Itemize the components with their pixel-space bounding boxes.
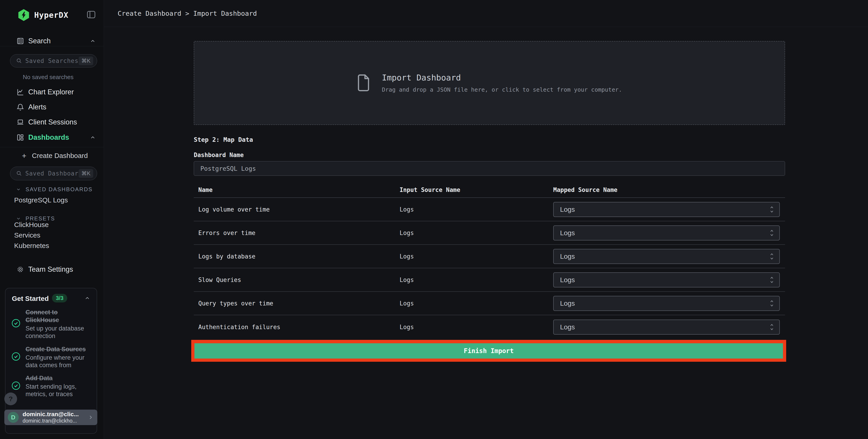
selected-option: Logs <box>560 253 575 260</box>
input-source-name: Logs <box>400 277 414 283</box>
laptop-icon <box>17 118 24 126</box>
table-row: Log volume over time Logs Logs <box>194 198 785 221</box>
select-updown-icon <box>769 322 775 332</box>
dashboard-name-label: Dashboard Name <box>194 152 244 158</box>
chevron-up-icon <box>90 38 96 44</box>
search-icon <box>16 170 22 177</box>
chevron-up-icon <box>90 134 96 140</box>
selected-option: Logs <box>560 300 575 307</box>
finish-import-button[interactable]: Finish Import <box>194 343 783 358</box>
mapped-source-select[interactable]: Logs <box>553 225 780 241</box>
create-dashboard-button[interactable]: + Create Dashboard <box>0 151 104 160</box>
sidebar: HyperDX Search Saved Searches <box>0 0 104 439</box>
tile-name: Log volume over time <box>198 206 270 213</box>
tile-name: Authentication failures <box>198 324 280 331</box>
get-started-task[interactable]: Connect to ClickHouse Set up your databa… <box>26 308 90 340</box>
sidebar-item-dashboards[interactable]: Dashboards <box>0 132 104 143</box>
user-email: dominic.tran@clickho... <box>23 418 79 424</box>
bell-icon <box>17 103 24 111</box>
check-circle-icon <box>11 352 21 361</box>
mapping-table-header: Name Input Source Name Mapped Source Nam… <box>194 186 785 197</box>
select-updown-icon <box>769 205 775 214</box>
chart-line-icon <box>17 88 24 96</box>
chevron-up-icon[interactable] <box>84 295 90 301</box>
tile-name: Slow Queries <box>198 277 241 283</box>
hyperdx-app: HyperDX Search Saved Searches <box>0 0 868 439</box>
task-title: Connect to ClickHouse <box>26 308 90 324</box>
task-title: Create Data Sources <box>26 345 90 353</box>
sidebar-item-label: Client Sessions <box>28 118 77 126</box>
selected-option: Logs <box>560 276 575 284</box>
mapped-source-select[interactable]: Logs <box>553 249 780 264</box>
dropzone-subtitle: Drag and drop a JSON file here, or click… <box>382 86 622 93</box>
sidebar-preset-services[interactable]: Services <box>14 231 40 239</box>
mapped-source-select[interactable]: Logs <box>553 202 780 217</box>
sidebar-collapse-icon[interactable] <box>87 11 95 18</box>
divider <box>0 147 104 147</box>
sidebar-item-team-settings[interactable]: Team Settings <box>0 264 104 275</box>
sidebar-item-alerts[interactable]: Alerts <box>0 102 104 112</box>
input-source-name: Logs <box>400 300 414 307</box>
journal-icon <box>17 37 24 45</box>
check-circle-icon <box>11 381 21 390</box>
app-logo[interactable]: HyperDX <box>18 9 68 21</box>
saved-dashboards-section-header[interactable]: SAVED DASHBOARDS <box>0 186 104 193</box>
get-started-progress-badge: 3/3 <box>52 294 67 303</box>
selected-option: Logs <box>560 206 575 213</box>
select-updown-icon <box>769 252 775 261</box>
shortcut-badge: ⌘K <box>79 169 93 178</box>
tile-name: Errors over time <box>198 229 255 237</box>
dashboard-name-input[interactable]: PostgreSQL Logs <box>194 161 785 176</box>
sidebar-item-client-sessions[interactable]: Client Sessions <box>0 117 104 127</box>
user-menu[interactable]: D dominic.tran@clic... dominic.tran@clic… <box>4 410 97 425</box>
select-updown-icon <box>769 299 775 308</box>
mapped-source-select[interactable]: Logs <box>553 296 780 311</box>
help-button[interactable]: ? <box>4 393 17 405</box>
sidebar-item-label: Team Settings <box>28 265 73 274</box>
sidebar-dashboard-postgresql-logs[interactable]: PostgreSQL Logs <box>14 196 68 204</box>
table-row: Errors over time Logs Logs <box>194 221 785 245</box>
breadcrumb: Create Dashboard > Import Dashboard <box>118 9 257 17</box>
file-icon <box>357 72 371 93</box>
chevron-right-icon <box>88 414 94 420</box>
get-started-task[interactable]: Add Data Start sending logs, metrics, or… <box>26 374 90 398</box>
table-row: Logs by database Logs Logs <box>194 245 785 268</box>
sidebar-preset-kubernetes[interactable]: Kubernetes <box>14 242 49 250</box>
input-source-name: Logs <box>400 324 414 331</box>
mapped-source-select[interactable]: Logs <box>553 319 780 335</box>
column-header-name: Name <box>198 186 213 193</box>
search-icon <box>16 58 22 64</box>
sidebar-item-label: Chart Explorer <box>28 88 74 96</box>
no-saved-searches-text: No saved searches <box>23 74 73 81</box>
click-target-annotation: Finish Import <box>191 340 786 362</box>
check-circle-icon <box>11 319 21 328</box>
column-header-mapped-source: Mapped Source Name <box>553 186 618 193</box>
get-started-task[interactable]: Create Data Sources Configure where your… <box>26 345 90 369</box>
input-source-name: Logs <box>400 229 414 237</box>
avatar: D <box>8 412 19 423</box>
dashboard-grid-icon <box>17 133 24 141</box>
table-row: Slow Queries Logs Logs <box>194 268 785 292</box>
mapped-source-select[interactable]: Logs <box>553 272 780 287</box>
saved-searches-input[interactable]: Saved Searches ⌘K <box>10 54 97 67</box>
input-source-name: Logs <box>400 206 414 213</box>
hyperdx-logo-icon <box>18 9 30 21</box>
shortcut-badge: ⌘K <box>79 57 93 65</box>
saved-searches-placeholder: Saved Searches <box>25 57 79 64</box>
selected-option: Logs <box>560 229 575 237</box>
task-desc: Set up your database connection <box>26 325 90 340</box>
sidebar-preset-clickhouse[interactable]: ClickHouse <box>14 221 49 229</box>
tile-name: Query types over time <box>198 300 273 307</box>
import-dropzone[interactable]: Import Dashboard Drag and drop a JSON fi… <box>194 41 785 125</box>
sidebar-item-chart-explorer[interactable]: Chart Explorer <box>0 87 104 97</box>
task-desc: Start sending logs, metrics, or traces <box>26 383 90 398</box>
get-started-title: Get Started <box>12 295 49 303</box>
section-header-label: SAVED DASHBOARDS <box>26 186 93 193</box>
chevron-down-icon <box>16 187 21 192</box>
import-dashboard-page: Import Dashboard Drag and drop a JSON fi… <box>194 27 785 439</box>
saved-dashboards-input[interactable]: Saved Dashboards ⌘K <box>10 167 97 180</box>
input-source-name: Logs <box>400 253 414 260</box>
sidebar-section-search[interactable]: Search <box>0 36 104 46</box>
user-name: dominic.tran@clic... <box>23 411 79 418</box>
sidebar-item-label: Alerts <box>28 103 46 111</box>
